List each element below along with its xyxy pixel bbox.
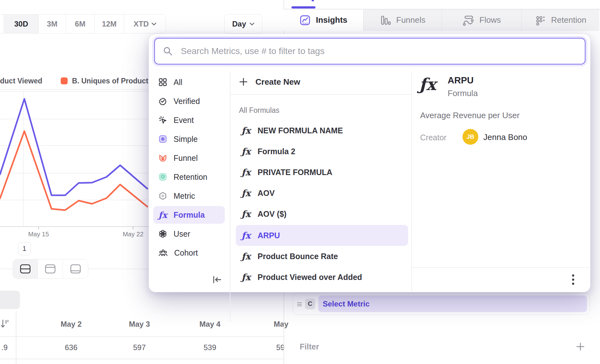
event-cursor-icon [158, 116, 167, 124]
formula-name: NEW FORMULA NAME [258, 126, 343, 135]
search-icon [163, 46, 173, 56]
category-funnel[interactable]: Funnel [153, 149, 225, 167]
create-new-button[interactable]: Create New [239, 73, 300, 91]
category-label: Metric [174, 191, 195, 201]
collapse-sidebar-button[interactable] [211, 274, 223, 285]
time-range-xtd[interactable]: XTD [124, 15, 166, 33]
table-header-cell[interactable]: May 3 [129, 320, 150, 329]
metric-search-input[interactable] [180, 46, 577, 57]
funnels-bars-icon [380, 15, 391, 26]
fx-icon: ƒx [242, 167, 251, 178]
time-range-label: 12M [102, 20, 117, 28]
category-metric[interactable]: Metric [153, 187, 225, 205]
tab-label: Insights [316, 15, 347, 25]
formula-item[interactable]: ƒxProduct Viewed over Added [236, 267, 408, 288]
formula-name: Product Bounce Rate [258, 252, 338, 261]
cohort-people-icon [158, 248, 168, 257]
table-cell: 636 [65, 343, 77, 352]
bottom-view-icon [70, 264, 81, 274]
row-letter: C [308, 300, 312, 307]
metric-row-letter-badge: C [305, 299, 315, 309]
tab-insights[interactable]: Insights [284, 9, 364, 31]
fx-icon: ƒx [242, 209, 251, 219]
category-simple[interactable]: Simple [153, 130, 225, 148]
app-screen: 30D 3M 6M 12M XTD Day duct Viewed B. Uni… [0, 0, 600, 364]
tab-label: Retention [551, 15, 586, 25]
fx-icon: ƒx [242, 251, 251, 262]
formula-fx-icon: ƒx [158, 210, 167, 220]
fx-icon: ƒx [242, 125, 251, 136]
formula-name: Formula 2 [258, 147, 295, 156]
category-verified[interactable]: Verified [153, 92, 225, 110]
select-metric-button[interactable]: Select Metric [318, 295, 587, 312]
category-event[interactable]: Event [153, 111, 225, 129]
category-label: Formula [174, 210, 205, 220]
chevron-down-icon [151, 22, 156, 26]
formula-name: Product Viewed over Added [258, 273, 362, 282]
tab-flows[interactable]: Flows [442, 9, 522, 31]
row-group-handle[interactable] [0, 291, 20, 309]
table-header-cell[interactable]: May [274, 320, 289, 329]
formula-item[interactable]: ƒxProduct Bounce Rate [236, 246, 408, 267]
create-new-label: Create New [255, 77, 300, 87]
time-range-label: 6M [75, 20, 85, 28]
formula-item[interactable]: ƒxAOV [236, 183, 408, 203]
creator-label: Creator [420, 133, 446, 142]
tab-retention[interactable]: Retention [522, 9, 599, 31]
table-cell: 539 [204, 343, 216, 352]
time-range-label: 30D [14, 20, 28, 28]
time-range-3m[interactable]: 3M [39, 15, 66, 33]
layout-table-only-button[interactable] [63, 259, 88, 278]
category-retention[interactable]: Retention [153, 168, 225, 186]
fx-icon: ƒx [242, 188, 251, 198]
detail-type-label: Formula [448, 88, 478, 98]
layout-chart-only-button[interactable] [38, 259, 63, 278]
category-formula[interactable]: ƒx Formula [153, 206, 225, 224]
time-range-30d[interactable]: 30D [4, 15, 39, 33]
top-view-icon [45, 264, 56, 274]
insights-chart-icon [299, 15, 311, 26]
category-user[interactable]: User [153, 225, 225, 243]
more-options-button[interactable] [571, 274, 575, 286]
create-new-divider [230, 94, 411, 95]
table-header-cell[interactable]: May 2 [61, 320, 82, 329]
table-cell-clipped: .9 [1, 343, 8, 352]
table-column-divider [16, 311, 16, 364]
time-range-6m[interactable]: 6M [66, 15, 95, 33]
formula-item[interactable]: ƒxPRIVATE FORMULA [236, 162, 408, 183]
drag-handle-icon[interactable] [297, 301, 303, 307]
time-range-clipped[interactable] [0, 15, 4, 33]
formula-item-selected[interactable]: ƒxARPU [236, 225, 408, 246]
add-filter-button[interactable] [576, 342, 585, 351]
legend-series-b-swatch [61, 77, 68, 84]
fx-icon: ƒx [242, 230, 251, 241]
formula-name: AOV [258, 189, 275, 198]
sort-icon[interactable] [1, 319, 9, 329]
metric-picker-modal: All Verified Event Simple [149, 34, 591, 292]
category-label: Simple [174, 135, 198, 144]
formula-item[interactable]: ƒxNEW FORMULA NAME [236, 120, 408, 141]
page-number-badge[interactable]: 1 [18, 242, 31, 255]
tab-funnels[interactable]: Funnels [364, 9, 442, 31]
time-range-label: XTD [134, 20, 149, 28]
granularity-button[interactable]: Day [224, 14, 262, 33]
formula-item[interactable]: ƒxAOV ($) [236, 203, 408, 224]
active-report-tab-indicator [291, 6, 315, 9]
creator-name: Jenna Bono [483, 132, 527, 142]
chart-line-series[interactable] [0, 99, 147, 195]
layout-split-button[interactable] [13, 259, 38, 278]
verified-badge-icon [158, 97, 167, 106]
select-metric-label: Select Metric [323, 300, 370, 308]
detail-footer-divider [412, 267, 591, 268]
flows-icon [462, 15, 474, 26]
table-header-cell[interactable]: May 4 [199, 320, 221, 329]
detail-fx-icon: ƒx [419, 75, 436, 94]
formula-item[interactable]: ƒxFormula 2 [236, 141, 408, 162]
time-range-12m[interactable]: 12M [95, 15, 124, 33]
avatar-initials: JB [467, 133, 474, 140]
category-label: Verified [174, 97, 200, 106]
category-all[interactable]: All [153, 73, 225, 91]
legend-series-a-label[interactable]: duct Viewed [0, 77, 42, 85]
category-label: User [174, 229, 190, 239]
category-cohort[interactable]: Cohort [153, 244, 225, 262]
